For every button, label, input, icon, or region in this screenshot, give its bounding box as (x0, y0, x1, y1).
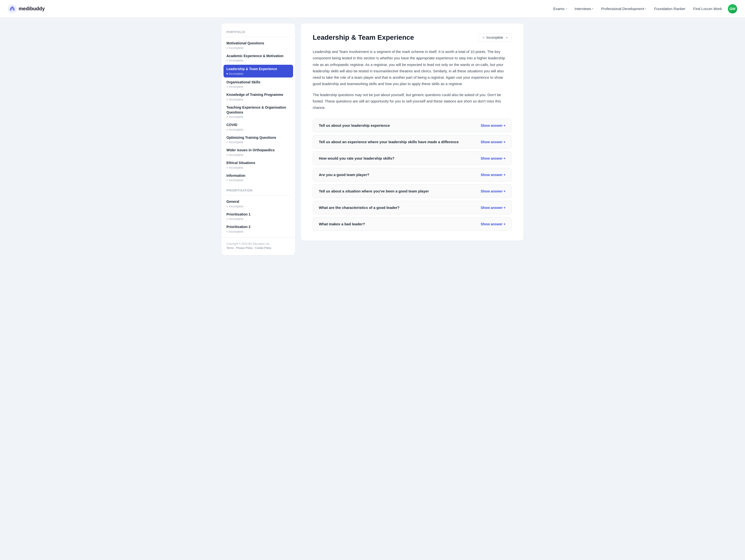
sidebar-item-organisational-skills[interactable]: Organisational Skills Incomplete (222, 78, 295, 91)
status-dot (226, 218, 228, 220)
sidebar-section-prioritisation-label: Prioritisation (222, 187, 295, 193)
status-dot (226, 47, 228, 49)
question-text-5: Tell us about a situation where you've b… (319, 189, 429, 193)
status-dot (226, 154, 228, 156)
nav-professional-development[interactable]: Professional Development ▾ (601, 7, 646, 11)
logo[interactable]: medibuddy (8, 4, 45, 13)
status-dot (226, 116, 228, 118)
question-item-5[interactable]: Tell us about a situation where you've b… (313, 184, 512, 198)
sidebar-item-optimizing-training[interactable]: Optimizing Training Questions Incomplete (222, 133, 295, 146)
sidebar-item-prioritisation-1[interactable]: Prioritisation 1 Incomplete (222, 210, 295, 223)
show-answer-btn-7[interactable]: Show answer + (481, 222, 506, 226)
status-dot (226, 142, 228, 143)
status-dot (226, 180, 228, 181)
sidebar-divider-2 (226, 195, 290, 195)
sidebar-item-wider-issues[interactable]: Wider issues in Orthopaedics Incomplete (222, 146, 295, 159)
question-text-4: Are you a good team player? (319, 173, 369, 177)
sidebar-divider (226, 37, 290, 37)
sidebar: Portfolio Motivational Questions Incompl… (222, 24, 295, 255)
sidebar-item-academic-experience[interactable]: Academic Experience & Motivation Incompl… (222, 52, 295, 64)
status-badge-dot (483, 36, 485, 38)
question-item-2[interactable]: Tell us about an experience where your l… (313, 135, 512, 149)
chevron-down-icon: ▾ (645, 7, 646, 10)
footer-links: Terms · Privacy Policy · Cookie Policy (226, 246, 290, 249)
status-badge-label: Incomplete (486, 36, 503, 39)
sidebar-section-portfolio-label: Portfolio (222, 28, 295, 35)
nav-links: Exams ▾ Interviews ▾ Professional Develo… (553, 7, 722, 11)
status-dot (226, 129, 228, 130)
cookie-link[interactable]: Cookie Policy (255, 246, 271, 249)
show-answer-btn-6[interactable]: Show answer + (481, 206, 506, 210)
sidebar-item-teaching-experience[interactable]: Teaching Experience & Organisation Quest… (222, 103, 295, 121)
page-layout: Portfolio Motivational Questions Incompl… (216, 18, 529, 560)
question-item-7[interactable]: What makes a bad leader? Show answer + (313, 217, 512, 231)
question-text-6: What are the characteristics of a good l… (319, 206, 399, 210)
show-answer-btn-4[interactable]: Show answer + (481, 173, 506, 177)
question-text-3: How would you rate your leadership skill… (319, 156, 394, 160)
status-dot (226, 60, 228, 61)
svg-point-0 (8, 4, 17, 13)
question-item-6[interactable]: What are the characteristics of a good l… (313, 201, 512, 214)
questions-list: Tell us about your leadership experience… (313, 119, 512, 231)
page-title: Leadership & Team Experience (313, 34, 414, 41)
nav-find-locum-work[interactable]: Find Locum Work (693, 7, 722, 11)
sidebar-footer: Copyright © 2023 AG Education Ltd. Terms… (222, 237, 295, 250)
question-text-2: Tell us about an experience where your l… (319, 140, 459, 144)
sidebar-item-prioritisation-2[interactable]: Prioritisation 2 Incomplete (222, 223, 295, 236)
show-answer-btn-1[interactable]: Show answer + (481, 124, 506, 127)
navbar: medibuddy Exams ▾ Interviews ▾ Professio… (0, 0, 745, 18)
svg-point-1 (12, 6, 13, 7)
show-answer-btn-3[interactable]: Show answer + (481, 156, 506, 160)
page-header: Leadership & Team Experience Incomplete … (313, 33, 512, 42)
show-answer-btn-2[interactable]: Show answer + (481, 140, 506, 144)
sidebar-item-knowledge-training[interactable]: Knowledge of Training Programme Incomple… (222, 91, 295, 103)
copyright-text: Copyright © 2023 AG Education Ltd. (226, 242, 290, 246)
status-dot (226, 206, 228, 207)
privacy-link[interactable]: Privacy Policy (236, 246, 253, 249)
chevron-down-icon: ▾ (565, 7, 567, 10)
chevron-down-icon: ▾ (592, 7, 593, 10)
sidebar-item-covid[interactable]: COVID Incomplete (222, 121, 295, 133)
nav-interviews[interactable]: Interviews ▾ (575, 7, 593, 11)
status-dot (226, 99, 228, 100)
nav-foundation-ranker[interactable]: Foundation Ranker (654, 7, 685, 11)
status-dot (226, 231, 228, 232)
description-2: The leadership questions may not be just… (313, 92, 512, 111)
question-item-3[interactable]: How would you rate your leadership skill… (313, 152, 512, 165)
chevron-down-icon: ▾ (506, 36, 508, 39)
description-1: Leadership and Team Involvement is a seg… (313, 49, 512, 87)
question-item-4[interactable]: Are you a good team player? Show answer … (313, 168, 512, 181)
sidebar-item-information[interactable]: Information Incomplete (222, 172, 295, 184)
terms-link[interactable]: Terms (226, 246, 234, 249)
sidebar-item-leadership-team[interactable]: Leadership & Team Experience Incomplete (224, 65, 293, 77)
main-content: Leadership & Team Experience Incomplete … (301, 24, 523, 554)
avatar[interactable]: GW (728, 4, 737, 13)
sidebar-item-general[interactable]: General Incomplete (222, 197, 295, 210)
status-dot (226, 73, 228, 74)
logo-text: medibuddy (19, 6, 45, 11)
question-text-1: Tell us about your leadership experience (319, 123, 390, 127)
question-item-1[interactable]: Tell us about your leadership experience… (313, 119, 512, 132)
sidebar-item-ethical-situations[interactable]: Ethical Situations Incomplete (222, 159, 295, 172)
status-dot (226, 167, 228, 168)
content-card: Leadership & Team Experience Incomplete … (301, 24, 523, 241)
question-text-7: What makes a bad leader? (319, 222, 365, 226)
sidebar-item-motivational-questions[interactable]: Motivational Questions Incomplete (222, 39, 295, 52)
logo-icon (8, 4, 17, 13)
nav-exams[interactable]: Exams ▾ (553, 7, 567, 11)
show-answer-btn-5[interactable]: Show answer + (481, 189, 506, 193)
status-badge[interactable]: Incomplete ▾ (478, 33, 512, 42)
status-dot (226, 86, 228, 88)
